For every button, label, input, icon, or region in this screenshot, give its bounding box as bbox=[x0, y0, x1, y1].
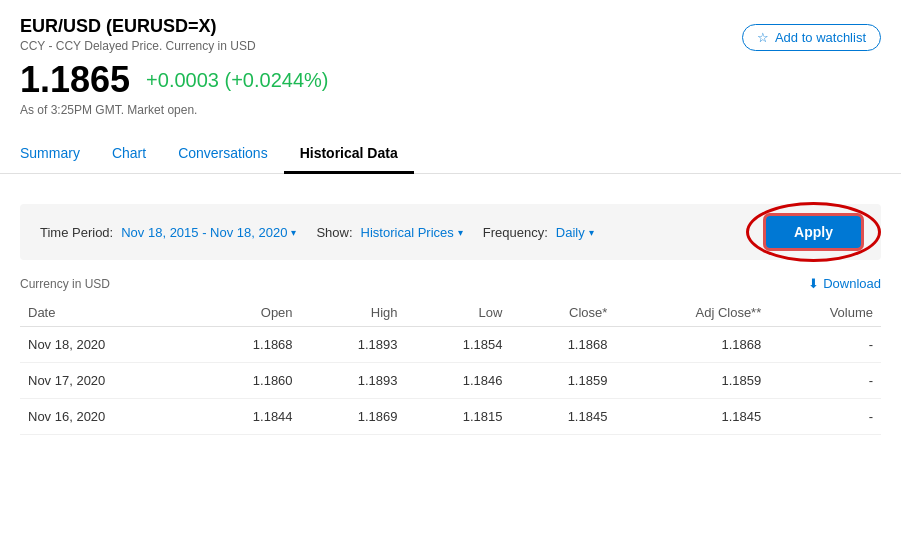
cell-low: 1.1854 bbox=[406, 327, 511, 363]
col-date: Date bbox=[20, 299, 196, 327]
cell-adj-close: 1.1868 bbox=[615, 327, 769, 363]
table-row: Nov 18, 2020 1.1868 1.1893 1.1854 1.1868… bbox=[20, 327, 881, 363]
time-period-dropdown[interactable]: Nov 18, 2015 - Nov 18, 2020 bbox=[121, 225, 296, 240]
cell-high: 1.1893 bbox=[301, 327, 406, 363]
ticker-symbol: EUR/USD (EURUSD=X) bbox=[20, 16, 256, 37]
cell-close: 1.1868 bbox=[510, 327, 615, 363]
frequency-label: Frequency: bbox=[483, 225, 548, 240]
table-row: Nov 16, 2020 1.1844 1.1869 1.1815 1.1845… bbox=[20, 399, 881, 435]
apply-button-wrapper: Apply bbox=[766, 216, 861, 248]
cell-date: Nov 18, 2020 bbox=[20, 327, 196, 363]
frequency-group: Frequency: Daily bbox=[483, 225, 594, 240]
cell-adj-close: 1.1859 bbox=[615, 363, 769, 399]
cell-high: 1.1869 bbox=[301, 399, 406, 435]
download-link[interactable]: ⬇ Download bbox=[808, 276, 881, 291]
price-row: 1.1865 +0.0003 (+0.0244%) bbox=[20, 59, 881, 101]
apply-button[interactable]: Apply bbox=[766, 216, 861, 248]
col-adj-close: Adj Close** bbox=[615, 299, 769, 327]
price-main: 1.1865 bbox=[20, 59, 130, 101]
col-volume: Volume bbox=[769, 299, 881, 327]
cell-close: 1.1859 bbox=[510, 363, 615, 399]
download-label: Download bbox=[823, 276, 881, 291]
cell-volume: - bbox=[769, 327, 881, 363]
ticker-subtitle: CCY - CCY Delayed Price. Currency in USD bbox=[20, 39, 256, 53]
currency-note-text: Currency in USD bbox=[20, 277, 110, 291]
star-icon: ☆ bbox=[757, 30, 769, 45]
tab-chart[interactable]: Chart bbox=[96, 135, 162, 174]
tab-conversations[interactable]: Conversations bbox=[162, 135, 284, 174]
cell-high: 1.1893 bbox=[301, 363, 406, 399]
show-dropdown[interactable]: Historical Prices bbox=[361, 225, 463, 240]
cell-open: 1.1860 bbox=[196, 363, 301, 399]
tab-nav: Summary Chart Conversations Historical D… bbox=[0, 135, 901, 174]
cell-open: 1.1868 bbox=[196, 327, 301, 363]
page-header: EUR/USD (EURUSD=X) CCY - CCY Delayed Pri… bbox=[0, 0, 901, 125]
col-high: High bbox=[301, 299, 406, 327]
col-close: Close* bbox=[510, 299, 615, 327]
cell-date: Nov 16, 2020 bbox=[20, 399, 196, 435]
show-group: Show: Historical Prices bbox=[316, 225, 462, 240]
historical-data-table: Date Open High Low Close* Adj Close** Vo… bbox=[20, 299, 881, 435]
show-label: Show: bbox=[316, 225, 352, 240]
filter-bar: Time Period: Nov 18, 2015 - Nov 18, 2020… bbox=[20, 204, 881, 260]
tab-historical-data[interactable]: Historical Data bbox=[284, 135, 414, 174]
cell-volume: - bbox=[769, 399, 881, 435]
currency-note-row: Currency in USD ⬇ Download bbox=[0, 268, 901, 299]
col-low: Low bbox=[406, 299, 511, 327]
price-timestamp: As of 3:25PM GMT. Market open. bbox=[20, 103, 881, 117]
time-period-label: Time Period: bbox=[40, 225, 113, 240]
cell-volume: - bbox=[769, 363, 881, 399]
cell-adj-close: 1.1845 bbox=[615, 399, 769, 435]
data-table-wrapper: Date Open High Low Close* Adj Close** Vo… bbox=[0, 299, 901, 435]
col-open: Open bbox=[196, 299, 301, 327]
cell-low: 1.1815 bbox=[406, 399, 511, 435]
table-body: Nov 18, 2020 1.1868 1.1893 1.1854 1.1868… bbox=[20, 327, 881, 435]
price-change: +0.0003 (+0.0244%) bbox=[146, 69, 328, 92]
watchlist-label: Add to watchlist bbox=[775, 30, 866, 45]
download-icon: ⬇ bbox=[808, 276, 819, 291]
cell-date: Nov 17, 2020 bbox=[20, 363, 196, 399]
cell-low: 1.1846 bbox=[406, 363, 511, 399]
cell-open: 1.1844 bbox=[196, 399, 301, 435]
cell-close: 1.1845 bbox=[510, 399, 615, 435]
frequency-dropdown[interactable]: Daily bbox=[556, 225, 594, 240]
watchlist-button[interactable]: ☆ Add to watchlist bbox=[742, 24, 881, 51]
tab-summary[interactable]: Summary bbox=[20, 135, 96, 174]
table-row: Nov 17, 2020 1.1860 1.1893 1.1846 1.1859… bbox=[20, 363, 881, 399]
time-period-group: Time Period: Nov 18, 2015 - Nov 18, 2020 bbox=[40, 225, 296, 240]
table-header: Date Open High Low Close* Adj Close** Vo… bbox=[20, 299, 881, 327]
